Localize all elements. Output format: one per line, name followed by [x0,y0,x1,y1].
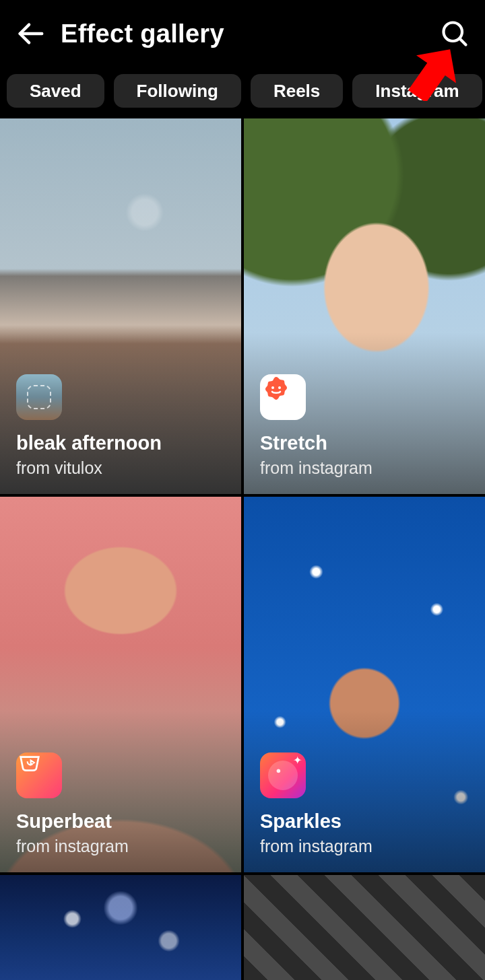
chip-instagram[interactable]: Instagram [352,74,482,108]
effect-author: from instagram [260,837,469,856]
category-chips[interactable]: Saved Following Reels Instagram [0,67,485,114]
chip-saved[interactable]: Saved [7,74,104,108]
search-button[interactable] [424,0,485,67]
effect-tile[interactable]: Sparkles from instagram [244,497,485,872]
header: Effect gallery [0,0,485,67]
effect-tile[interactable]: Superbeat from instagram [0,497,241,872]
effect-creator-icon [260,374,306,420]
effect-name: Stretch [260,432,469,454]
effect-name: Superbeat [16,810,225,833]
effect-tile[interactable]: bleak afternoon from vitulox [0,118,241,494]
effect-creator-icon [16,374,62,420]
svg-line-2 [459,38,465,44]
back-button[interactable] [0,0,61,67]
effect-tile[interactable]: Stretch from instagram [244,118,485,494]
effect-grid: bleak afternoon from vitulox Stretch fro… [0,118,485,980]
effect-tile[interactable] [244,875,485,980]
effect-creator-icon [260,753,306,798]
effect-name: bleak afternoon [16,432,225,454]
search-icon [440,19,470,48]
effect-author: from instagram [260,458,469,478]
effect-tile[interactable] [0,875,241,980]
page-title: Effect gallery [61,20,224,48]
svg-point-5 [278,386,281,389]
chip-reels[interactable]: Reels [251,74,343,108]
effect-name: Sparkles [260,810,469,833]
arrow-left-icon [15,18,46,49]
effect-author: from vitulox [16,458,225,478]
chip-following[interactable]: Following [114,74,241,108]
svg-point-4 [271,386,274,389]
effect-author: from instagram [16,837,225,856]
effect-creator-icon [16,753,62,798]
